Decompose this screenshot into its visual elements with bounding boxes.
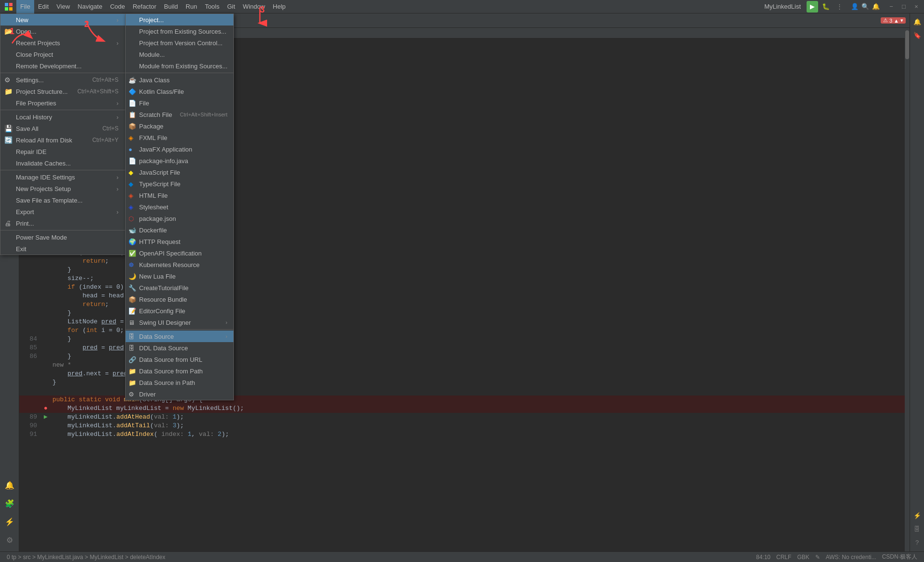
menu-git[interactable]: Git: [223, 0, 239, 13]
new-submenu-lua[interactable]: 🌙 New Lua File: [126, 270, 233, 282]
code-line: 89 ▶ myLinkedList.addAtHead(val: 1);: [19, 413, 910, 422]
new-submenu-kotlin[interactable]: 🔷 Kotlin Class/File: [126, 86, 233, 97]
menu-navigate[interactable]: Navigate: [74, 0, 106, 13]
file-menu-save-template[interactable]: Save File as Template...: [0, 194, 126, 206]
new-submenu-openapi[interactable]: ✅ OpenAPI Specification: [126, 247, 233, 259]
file-menu-close-project[interactable]: Close Project: [0, 49, 126, 60]
new-submenu-datasource[interactable]: 🗄 Data Source ›: [126, 331, 233, 342]
menu-view[interactable]: View: [52, 0, 74, 13]
menu-help[interactable]: Help: [269, 0, 290, 13]
new-submenu-file[interactable]: 📄 File: [126, 97, 233, 109]
new-submenu-scratch[interactable]: 📋 Scratch File Ctrl+Alt+Shift+Insert: [126, 109, 233, 120]
new-submenu-ds-path[interactable]: 📁 Data Source from Path: [126, 365, 233, 377]
maximize-button[interactable]: □: [898, 1, 910, 13]
file-menu-invalidate[interactable]: Invalidate Caches...: [0, 157, 126, 169]
new-submenu-dropdown: Project... Project from Existing Sources…: [125, 13, 234, 400]
new-submenu-editorconfig[interactable]: 📝 EditorConfig File: [126, 305, 233, 317]
right-icon-notifications[interactable]: 🔔: [911, 15, 924, 28]
new-submenu-html[interactable]: ◈ HTML File: [126, 190, 233, 201]
right-icon-bookmark[interactable]: 🔖: [911, 29, 924, 41]
debug-button[interactable]: 🐛: [820, 1, 832, 13]
new-submenu-dockerfile[interactable]: 🐋 Dockerfile: [126, 224, 233, 236]
file-menu-new-projects-setup[interactable]: New Projects Setup ›: [0, 183, 126, 194]
new-submenu-ds-in-path[interactable]: 📁 Data Source in Path: [126, 377, 233, 388]
sidebar-icon-settings[interactable]: ⚙: [1, 531, 18, 549]
new-submenu-package[interactable]: 📦 Package: [126, 120, 233, 132]
scrollbar-thumb[interactable]: [905, 30, 909, 59]
html-icon: ◈: [128, 192, 133, 199]
new-submenu-project[interactable]: Project...: [126, 14, 233, 26]
new-submenu-module[interactable]: Module...: [126, 49, 233, 60]
menu-refactor[interactable]: Refactor: [129, 0, 160, 13]
sidebar-icon-plugins[interactable]: 🧩: [1, 495, 18, 512]
status-csdn[interactable]: CSDN·极客人: [879, 553, 920, 561]
file-menu-power-save[interactable]: Power Save Mode: [0, 231, 126, 243]
right-icon-database[interactable]: 🗄: [911, 523, 924, 535]
file-menu-manage-ide[interactable]: Manage IDE Settings ›: [0, 171, 126, 183]
settings-icon: ⚙: [4, 76, 11, 84]
menu-tools[interactable]: Tools: [201, 0, 223, 13]
file-menu-project-structure[interactable]: 📁 Project Structure... Ctrl+Alt+Shift+S: [0, 86, 126, 97]
file-menu-save-all[interactable]: 💾 Save All Ctrl+S: [0, 123, 126, 134]
file-menu-open[interactable]: 📂 Open...: [0, 26, 126, 37]
file-menu-new[interactable]: New ›: [0, 14, 126, 26]
new-submenu-project-vcs[interactable]: Project from Version Control...: [126, 37, 233, 49]
new-submenu-ds-url[interactable]: 🔗 Data Source from URL: [126, 354, 233, 365]
new-submenu-package-info[interactable]: 📄 package-info.java: [126, 155, 233, 166]
file-menu-export[interactable]: Export ›: [0, 206, 126, 217]
user-icon[interactable]: 👤: [851, 3, 859, 10]
menu-code[interactable]: Code: [106, 0, 129, 13]
file-menu-local-history[interactable]: Local History ›: [0, 111, 126, 123]
new-submenu-stylesheet[interactable]: ◈ Stylesheet: [126, 201, 233, 213]
file-menu-reload[interactable]: 🔄 Reload All from Disk Ctrl+Alt+Y: [0, 134, 126, 146]
menu-run[interactable]: Run: [182, 0, 201, 13]
run-button[interactable]: ▶: [807, 1, 818, 13]
run-config-name: MyLinkedList: [764, 3, 801, 10]
close-button[interactable]: ×: [911, 1, 922, 13]
status-breadcrumb[interactable]: 0 tp > src > MyLinkedList.java > MyLinke…: [4, 554, 168, 561]
file-menu-file-properties[interactable]: File Properties ›: [0, 97, 126, 109]
status-position[interactable]: 84:10: [753, 553, 773, 561]
file-menu-remote[interactable]: Remote Development...: [0, 60, 126, 72]
new-submenu-javascript[interactable]: ◆ JavaScript File: [126, 166, 233, 178]
separator: [126, 73, 233, 73]
k8s-icon: ☸: [128, 261, 134, 268]
new-submenu-tutorial[interactable]: 🔧 CreateTutorialFile: [126, 282, 233, 294]
new-submenu-kubernetes[interactable]: ☸ Kubernetes Resource: [126, 259, 233, 270]
file-menu-recent[interactable]: Recent Projects ›: [0, 37, 126, 49]
sidebar-icon-terminal[interactable]: ⚡: [1, 513, 18, 530]
new-submenu-java-class[interactable]: ☕ Java Class: [126, 74, 233, 86]
new-submenu-http[interactable]: 🌍 HTTP Request: [126, 236, 233, 247]
new-submenu-package-json[interactable]: ⬡ package.json: [126, 213, 233, 224]
file-menu-repair[interactable]: Repair IDE: [0, 146, 126, 157]
new-submenu-resource-bundle[interactable]: 📦 Resource Bundle: [126, 294, 233, 305]
menu-build[interactable]: Build: [160, 0, 182, 13]
menu-edit[interactable]: Edit: [34, 0, 52, 13]
menu-file[interactable]: File: [16, 0, 34, 13]
new-submenu-driver[interactable]: ⚙ Driver: [126, 388, 233, 400]
status-line-endings[interactable]: CRLF: [773, 553, 794, 561]
file-menu-print[interactable]: 🖨 Print...: [0, 217, 126, 229]
right-icon-help[interactable]: ?: [911, 536, 924, 549]
status-write-mode[interactable]: ✎: [812, 553, 823, 561]
search-icon[interactable]: 🔍: [861, 3, 869, 10]
status-charset[interactable]: GBK: [794, 553, 812, 561]
ds-url-icon: 🔗: [128, 356, 136, 363]
notification-icon[interactable]: 🔔: [872, 3, 880, 10]
file-menu-settings[interactable]: ⚙ Settings... Ctrl+Alt+S: [0, 74, 126, 86]
new-submenu-typescript[interactable]: ◆ TypeScript File: [126, 178, 233, 190]
sidebar-icon-notifications[interactable]: 🔔: [1, 476, 18, 494]
more-button[interactable]: ⋮: [834, 1, 845, 13]
minimize-button[interactable]: −: [886, 1, 897, 13]
new-submenu-swing[interactable]: 🖥 Swing UI Designer ›: [126, 317, 233, 328]
new-submenu-module-existing[interactable]: Module from Existing Sources...: [126, 60, 233, 72]
menu-window[interactable]: Window: [239, 0, 269, 13]
new-submenu-javafx[interactable]: ● JavaFX Application: [126, 143, 233, 155]
new-submenu-ddl[interactable]: 🗄 DDL Data Source: [126, 342, 233, 354]
status-aws[interactable]: AWS: No credenti...: [823, 553, 879, 561]
right-icon-terminal[interactable]: ⚡: [911, 509, 924, 522]
scrollbar-track[interactable]: [905, 28, 910, 551]
new-submenu-project-existing[interactable]: Project from Existing Sources...: [126, 26, 233, 37]
new-submenu-fxml[interactable]: ◈ FXML File: [126, 132, 233, 143]
file-menu-exit[interactable]: Exit: [0, 243, 126, 255]
